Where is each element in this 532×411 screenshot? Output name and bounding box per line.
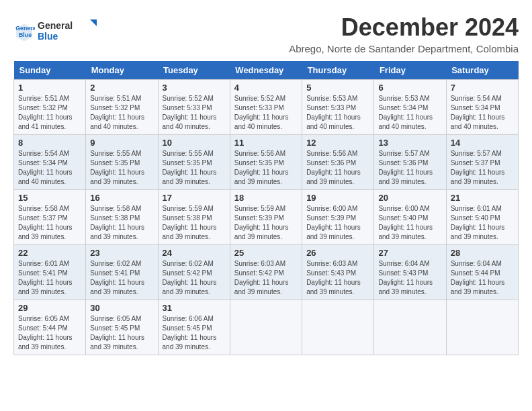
table-row: 1Sunrise: 5:51 AM Sunset: 5:32 PM Daylig… <box>14 80 86 135</box>
header-wednesday: Wednesday <box>230 61 302 80</box>
table-row: 24Sunrise: 6:02 AM Sunset: 5:42 PM Dayli… <box>158 245 230 300</box>
day-info: Sunrise: 5:58 AM Sunset: 5:37 PM Dayligh… <box>18 204 81 242</box>
calendar-row: 15Sunrise: 5:58 AM Sunset: 5:37 PM Dayli… <box>14 190 519 245</box>
table-row: 31Sunrise: 6:06 AM Sunset: 5:45 PM Dayli… <box>158 300 230 355</box>
page-header: General Blue General Blue December 2024 … <box>13 13 519 54</box>
day-number: 17 <box>163 193 226 203</box>
day-number: 7 <box>451 83 514 93</box>
table-row: 19Sunrise: 6:00 AM Sunset: 5:39 PM Dayli… <box>302 190 374 245</box>
table-row: 7Sunrise: 5:54 AM Sunset: 5:34 PM Daylig… <box>446 80 518 135</box>
day-info: Sunrise: 6:03 AM Sunset: 5:43 PM Dayligh… <box>306 259 369 297</box>
day-number: 15 <box>18 193 81 203</box>
header-saturday: Saturday <box>446 61 518 80</box>
calendar-row: 8Sunrise: 5:54 AM Sunset: 5:34 PM Daylig… <box>14 135 519 190</box>
day-info: Sunrise: 6:04 AM Sunset: 5:44 PM Dayligh… <box>451 259 514 297</box>
day-number: 23 <box>90 248 153 258</box>
table-row: 2Sunrise: 5:51 AM Sunset: 5:32 PM Daylig… <box>86 80 158 135</box>
header-monday: Monday <box>86 61 158 80</box>
table-row <box>302 300 374 355</box>
day-number: 2 <box>90 83 153 93</box>
svg-text:General: General <box>15 25 35 32</box>
day-number: 24 <box>163 248 226 258</box>
day-number: 1 <box>18 83 81 93</box>
day-info: Sunrise: 6:05 AM Sunset: 5:45 PM Dayligh… <box>90 314 153 352</box>
day-number: 11 <box>234 138 298 148</box>
day-info: Sunrise: 5:54 AM Sunset: 5:34 PM Dayligh… <box>451 94 514 132</box>
header-friday: Friday <box>374 61 446 80</box>
table-row <box>446 300 518 355</box>
day-info: Sunrise: 5:53 AM Sunset: 5:34 PM Dayligh… <box>378 94 441 132</box>
day-number: 12 <box>306 138 369 148</box>
svg-text:General: General <box>38 20 73 31</box>
day-info: Sunrise: 5:51 AM Sunset: 5:32 PM Dayligh… <box>90 94 153 132</box>
location-title: Abrego, Norte de Santander Department, C… <box>289 43 519 54</box>
table-row: 11Sunrise: 5:56 AM Sunset: 5:35 PM Dayli… <box>230 135 302 190</box>
calendar-row: 1Sunrise: 5:51 AM Sunset: 5:32 PM Daylig… <box>14 80 519 135</box>
logo-icon: General Blue <box>13 21 35 42</box>
table-row: 21Sunrise: 6:01 AM Sunset: 5:40 PM Dayli… <box>446 190 518 245</box>
table-row: 10Sunrise: 5:55 AM Sunset: 5:35 PM Dayli… <box>158 135 230 190</box>
day-info: Sunrise: 5:54 AM Sunset: 5:34 PM Dayligh… <box>18 149 81 187</box>
table-row: 29Sunrise: 6:05 AM Sunset: 5:44 PM Dayli… <box>14 300 86 355</box>
day-info: Sunrise: 5:57 AM Sunset: 5:36 PM Dayligh… <box>378 149 441 187</box>
day-info: Sunrise: 5:59 AM Sunset: 5:39 PM Dayligh… <box>234 204 298 242</box>
calendar-row: 22Sunrise: 6:01 AM Sunset: 5:41 PM Dayli… <box>14 245 519 300</box>
table-row: 27Sunrise: 6:04 AM Sunset: 5:43 PM Dayli… <box>374 245 446 300</box>
table-row <box>374 300 446 355</box>
day-info: Sunrise: 5:51 AM Sunset: 5:32 PM Dayligh… <box>18 94 81 132</box>
day-number: 22 <box>18 248 81 258</box>
day-info: Sunrise: 6:04 AM Sunset: 5:43 PM Dayligh… <box>378 259 441 297</box>
table-row: 25Sunrise: 6:03 AM Sunset: 5:42 PM Dayli… <box>230 245 302 300</box>
day-number: 26 <box>306 248 369 258</box>
day-number: 18 <box>234 193 298 203</box>
logo: General Blue General Blue <box>13 17 98 46</box>
day-info: Sunrise: 5:58 AM Sunset: 5:38 PM Dayligh… <box>90 204 153 242</box>
day-info: Sunrise: 5:57 AM Sunset: 5:37 PM Dayligh… <box>451 149 514 187</box>
day-number: 30 <box>90 303 153 313</box>
day-info: Sunrise: 5:56 AM Sunset: 5:35 PM Dayligh… <box>234 149 298 187</box>
table-row: 20Sunrise: 6:00 AM Sunset: 5:40 PM Dayli… <box>374 190 446 245</box>
day-number: 14 <box>451 138 514 148</box>
calendar-row: 29Sunrise: 6:05 AM Sunset: 5:44 PM Dayli… <box>14 300 519 355</box>
table-row: 15Sunrise: 5:58 AM Sunset: 5:37 PM Dayli… <box>14 190 86 245</box>
day-number: 16 <box>90 193 153 203</box>
day-info: Sunrise: 6:01 AM Sunset: 5:40 PM Dayligh… <box>451 204 514 242</box>
calendar-table: Sunday Monday Tuesday Wednesday Thursday… <box>13 61 519 355</box>
svg-marker-4 <box>90 19 97 26</box>
day-info: Sunrise: 6:01 AM Sunset: 5:41 PM Dayligh… <box>18 259 81 297</box>
day-info: Sunrise: 6:05 AM Sunset: 5:44 PM Dayligh… <box>18 314 81 352</box>
day-number: 20 <box>378 193 441 203</box>
day-info: Sunrise: 6:00 AM Sunset: 5:40 PM Dayligh… <box>378 204 441 242</box>
day-number: 19 <box>306 193 369 203</box>
day-info: Sunrise: 6:00 AM Sunset: 5:39 PM Dayligh… <box>306 204 369 242</box>
header-thursday: Thursday <box>302 61 374 80</box>
day-info: Sunrise: 5:53 AM Sunset: 5:33 PM Dayligh… <box>306 94 369 132</box>
day-number: 8 <box>18 138 81 148</box>
table-row: 17Sunrise: 5:59 AM Sunset: 5:38 PM Dayli… <box>158 190 230 245</box>
day-info: Sunrise: 6:02 AM Sunset: 5:41 PM Dayligh… <box>90 259 153 297</box>
day-info: Sunrise: 5:55 AM Sunset: 5:35 PM Dayligh… <box>163 149 226 187</box>
table-row: 6Sunrise: 5:53 AM Sunset: 5:34 PM Daylig… <box>374 80 446 135</box>
table-row: 23Sunrise: 6:02 AM Sunset: 5:41 PM Dayli… <box>86 245 158 300</box>
day-number: 31 <box>163 303 226 313</box>
table-row: 18Sunrise: 5:59 AM Sunset: 5:39 PM Dayli… <box>230 190 302 245</box>
day-number: 9 <box>90 138 153 148</box>
day-info: Sunrise: 6:03 AM Sunset: 5:42 PM Dayligh… <box>234 259 298 297</box>
table-row: 14Sunrise: 5:57 AM Sunset: 5:37 PM Dayli… <box>446 135 518 190</box>
table-row: 22Sunrise: 6:01 AM Sunset: 5:41 PM Dayli… <box>14 245 86 300</box>
day-info: Sunrise: 5:59 AM Sunset: 5:38 PM Dayligh… <box>163 204 226 242</box>
table-row: 13Sunrise: 5:57 AM Sunset: 5:36 PM Dayli… <box>374 135 446 190</box>
table-row: 26Sunrise: 6:03 AM Sunset: 5:43 PM Dayli… <box>302 245 374 300</box>
day-info: Sunrise: 5:52 AM Sunset: 5:33 PM Dayligh… <box>163 94 226 132</box>
svg-text:Blue: Blue <box>19 32 32 38</box>
title-section: December 2024 Abrego, Norte de Santander… <box>289 13 519 54</box>
svg-text:Blue: Blue <box>38 31 58 42</box>
day-number: 3 <box>163 83 226 93</box>
day-info: Sunrise: 5:56 AM Sunset: 5:36 PM Dayligh… <box>306 149 369 187</box>
header-tuesday: Tuesday <box>158 61 230 80</box>
day-number: 25 <box>234 248 298 258</box>
month-title: December 2024 <box>289 13 519 42</box>
logo-svg: General Blue <box>38 17 98 44</box>
table-row: 5Sunrise: 5:53 AM Sunset: 5:33 PM Daylig… <box>302 80 374 135</box>
day-number: 10 <box>163 138 226 148</box>
